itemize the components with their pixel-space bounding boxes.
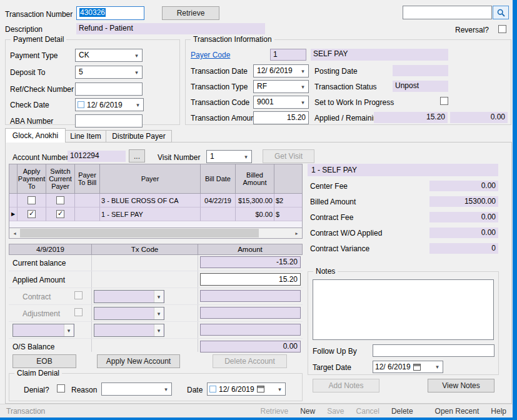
action-cancel[interactable]: Cancel xyxy=(356,407,379,416)
action-retrieve[interactable]: Retrieve xyxy=(260,407,288,416)
os-balance-label: O/S Balance xyxy=(13,342,54,351)
denial-checkbox[interactable] xyxy=(57,384,65,392)
scroll-left-icon[interactable]: ◂ xyxy=(9,228,20,238)
bill-date-header[interactable]: Bill Date xyxy=(201,164,236,194)
action-help[interactable]: Help xyxy=(491,407,506,416)
denial-date-picker[interactable]: 12/ 6/2019 ▾ xyxy=(207,382,286,396)
search-button[interactable] xyxy=(493,6,509,19)
switch-current-header[interactable]: Switch Current Payer xyxy=(46,164,75,194)
transaction-date-value: 12/ 6/2019 xyxy=(257,66,293,75)
view-notes-button[interactable]: View Notes xyxy=(428,379,494,392)
apply-payment-checkbox[interactable] xyxy=(28,196,36,204)
scroll-thumb[interactable] xyxy=(20,229,259,238)
retrieve-button[interactable]: Retrieve xyxy=(162,6,219,20)
reason-label: Reason xyxy=(71,386,97,394)
aba-number-input[interactable] xyxy=(75,114,143,128)
contract-tx-code-select[interactable]: ▾ xyxy=(94,290,164,303)
billed-amount-header[interactable]: Billed Amount xyxy=(236,164,274,194)
check-date-checkbox[interactable] xyxy=(78,101,84,108)
chevron-down-icon: ▾ xyxy=(132,66,141,78)
get-visit-button[interactable]: Get Visit xyxy=(263,149,314,163)
apply-payment-header[interactable]: Apply Payment To xyxy=(18,164,46,194)
chevron-down-icon: ▾ xyxy=(133,99,143,111)
applied-remaining-label: Applied / Remaining xyxy=(314,114,381,122)
notes-textarea[interactable] xyxy=(313,279,494,340)
visit-number-label: Visit Number xyxy=(158,153,200,162)
scroll-track[interactable] xyxy=(20,228,291,238)
payment-type-label: Payment Type xyxy=(10,51,58,60)
action-delete[interactable]: Delete xyxy=(391,407,413,416)
description-label: Description xyxy=(5,25,43,34)
transaction-number-input[interactable]: 430326 xyxy=(76,6,144,20)
delete-account-button[interactable]: Delete Account xyxy=(213,354,287,368)
extra-tx-code-select[interactable]: ▾ xyxy=(94,324,164,337)
check-date-picker[interactable]: 12/ 6/2019 ▾ xyxy=(75,98,144,111)
action-save[interactable]: Save xyxy=(327,407,344,416)
follow-up-by-label: Follow Up By xyxy=(313,347,357,356)
follow-up-by-input[interactable] xyxy=(373,344,494,357)
switch-current-checkbox[interactable] xyxy=(56,196,64,204)
eob-button[interactable]: EOB xyxy=(13,354,76,368)
add-notes-button[interactable]: Add Notes xyxy=(313,379,379,392)
window-border-bottom xyxy=(0,418,517,420)
apply-new-account-button[interactable]: Apply New Account xyxy=(97,354,180,368)
transaction-type-value: RF xyxy=(257,82,267,91)
visit-number-select[interactable]: 1 ▾ xyxy=(206,150,252,163)
billed-amount-cell: $15,300.00 xyxy=(236,194,274,208)
scroll-right-icon[interactable]: ▸ xyxy=(291,228,302,238)
clipped-header xyxy=(274,164,302,194)
current-balance-label: Current balance xyxy=(13,259,66,268)
target-date-picker[interactable]: 12/ 6/2019 ▾ xyxy=(373,361,443,373)
os-balance-value: 0.00 xyxy=(200,341,301,352)
posting-date-label: Posting Date xyxy=(314,67,358,76)
table-empty-area xyxy=(9,221,302,228)
search-input[interactable] xyxy=(403,6,492,19)
payer-header[interactable]: Payer xyxy=(100,164,201,194)
calendar-icon xyxy=(257,386,264,392)
payment-type-select[interactable]: CK ▾ xyxy=(75,49,143,62)
transaction-code-label: Transaction Code xyxy=(191,98,249,107)
deposit-to-select[interactable]: 5 ▾ xyxy=(75,66,143,79)
tab-distribute-payer[interactable]: Distribute Payer xyxy=(106,130,172,142)
extra-type-select[interactable]: ▾ xyxy=(13,324,74,337)
work-in-progress-checkbox[interactable] xyxy=(440,97,448,105)
adjustment-checkbox[interactable] xyxy=(74,308,83,316)
contract-checkbox[interactable] xyxy=(74,291,83,299)
apply-payment-checkbox[interactable] xyxy=(28,210,36,218)
description-field: Refund - Patient xyxy=(76,23,265,34)
denial-reason-select[interactable]: ▾ xyxy=(101,382,172,396)
denial-date-checkbox[interactable] xyxy=(209,386,216,392)
check-date-value: 12/ 6/2019 xyxy=(87,101,123,109)
adjustment-label: Adjustment xyxy=(23,309,60,318)
apply-payment-cell[interactable] xyxy=(18,208,46,221)
transaction-type-select[interactable]: RF ▾ xyxy=(253,80,309,93)
reversal-checkbox[interactable] xyxy=(498,25,506,33)
action-open-recent[interactable]: Open Recent xyxy=(435,407,479,416)
apply-payment-cell[interactable] xyxy=(18,194,46,208)
table-horizontal-scrollbar[interactable]: ◂ ▸ xyxy=(9,228,302,238)
payer-code-link[interactable]: Payer Code xyxy=(191,51,230,59)
switch-current-checkbox[interactable] xyxy=(56,210,64,218)
table-row[interactable]: 3 - BLUE CROSS OF CA 04/22/19 $15,300.00… xyxy=(9,194,302,208)
account-browse-button[interactable]: ... xyxy=(129,149,145,162)
switch-current-cell[interactable] xyxy=(46,194,75,208)
payer-to-bill-header[interactable]: Payer To Bill xyxy=(75,164,100,194)
applied-amount-field: 15.20 xyxy=(374,112,448,123)
status-bar: Transaction Retrieve New Save Cancel Del… xyxy=(0,404,513,418)
contract-amount-field xyxy=(200,290,301,302)
applied-amount-input[interactable]: 15.20 xyxy=(200,273,301,286)
switch-current-cell[interactable] xyxy=(46,208,75,221)
transaction-code-select[interactable]: 9001 ▾ xyxy=(253,96,309,109)
ref-check-number-input[interactable] xyxy=(75,82,143,96)
transaction-date-select[interactable]: 12/ 6/2019 ▾ xyxy=(253,64,309,78)
applied-amount-label: Applied Amount xyxy=(13,276,65,284)
payment-detail-title: Payment Detail xyxy=(11,35,66,44)
tab-glock-anokhi[interactable]: Glock, Anokhi xyxy=(5,128,66,142)
transaction-amount-input[interactable]: 15.20 xyxy=(253,111,309,124)
adjustment-tx-code-select[interactable]: ▾ xyxy=(94,307,164,320)
action-new[interactable]: New xyxy=(300,407,315,416)
table-row[interactable]: ▶ 1 - SELF PAY $0.00 $ xyxy=(9,208,302,221)
grid-amount-header: Amount xyxy=(198,244,303,255)
tab-line-item[interactable]: Line Item xyxy=(65,130,106,142)
transaction-status-label: Transaction Status xyxy=(314,82,377,91)
